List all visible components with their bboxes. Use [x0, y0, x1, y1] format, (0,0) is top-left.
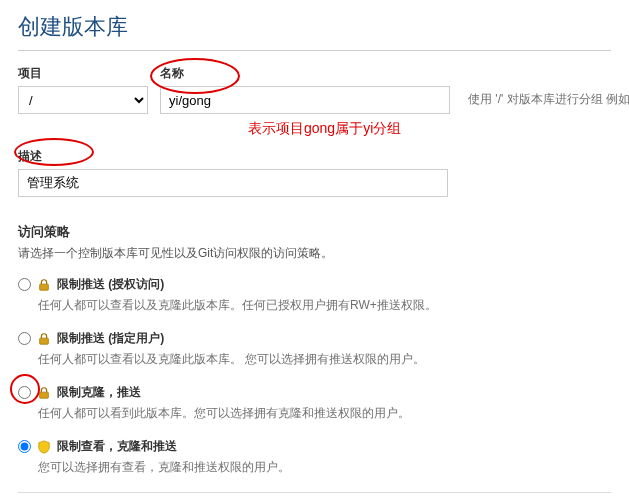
project-select[interactable]: /	[18, 86, 148, 114]
policy-radio[interactable]	[18, 440, 31, 453]
description-label: 描述	[18, 148, 611, 165]
lock-icon	[37, 386, 51, 400]
access-policy-title: 访问策略	[18, 223, 611, 241]
lock-icon	[37, 278, 51, 292]
policy-label: 限制查看，克隆和推送	[57, 438, 177, 455]
access-policy-sub: 请选择一个控制版本库可见性以及Git访问权限的访问策略。	[18, 245, 611, 262]
policy-desc: 任何人都可以查看以及克隆此版本库。 您可以选择拥有推送权限的用户。	[38, 351, 611, 368]
policy-desc: 您可以选择拥有查看，克隆和推送权限的用户。	[38, 459, 611, 476]
policy-label: 限制克隆，推送	[57, 384, 141, 401]
policy-option: 限制推送 (指定用户)任何人都可以查看以及克隆此版本库。 您可以选择拥有推送权限…	[18, 330, 611, 370]
policy-list: 限制推送 (授权访问)任何人都可以查看以及克隆此版本库。任何已授权用户拥有RW+…	[18, 276, 611, 478]
svg-rect-0	[40, 284, 49, 290]
divider	[18, 492, 611, 493]
policy-option: 限制推送 (授权访问)任何人都可以查看以及克隆此版本库。任何已授权用户拥有RW+…	[18, 276, 611, 316]
policy-radio[interactable]	[18, 332, 31, 345]
name-input[interactable]	[160, 86, 450, 114]
lock-icon	[37, 332, 51, 346]
name-label: 名称	[160, 65, 450, 82]
page-title: 创建版本库	[18, 12, 611, 51]
policy-desc: 任何人都可以查看以及克隆此版本库。任何已授权用户拥有RW+推送权限。	[38, 297, 611, 314]
policy-radio[interactable]	[18, 278, 31, 291]
name-hint: 使用 '/' 对版本库进行分组 例如	[468, 91, 629, 114]
policy-label: 限制推送 (授权访问)	[57, 276, 164, 293]
policy-option: 限制查看，克隆和推送您可以选择拥有查看，克隆和推送权限的用户。	[18, 438, 611, 478]
policy-radio[interactable]	[18, 386, 31, 399]
project-label: 项目	[18, 65, 148, 82]
project-name-row: 项目 / 名称 使用 '/' 对版本库进行分组 例如	[18, 65, 611, 114]
policy-option: 限制克隆，推送任何人都可以看到此版本库。您可以选择拥有克隆和推送权限的用户。	[18, 384, 611, 424]
policy-desc: 任何人都可以看到此版本库。您可以选择拥有克隆和推送权限的用户。	[38, 405, 611, 422]
svg-rect-2	[40, 392, 49, 398]
shield-icon	[37, 440, 51, 454]
annotation-text: 表示项目gong属于yi分组	[248, 120, 611, 138]
description-input[interactable]	[18, 169, 448, 197]
policy-label: 限制推送 (指定用户)	[57, 330, 164, 347]
svg-rect-1	[40, 338, 49, 344]
